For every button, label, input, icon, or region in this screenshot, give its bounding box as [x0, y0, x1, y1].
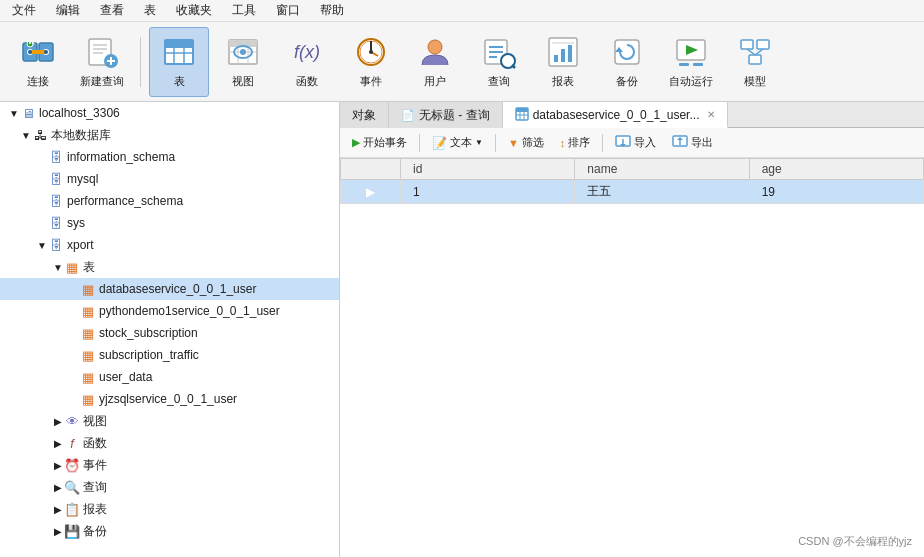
sidebar-item-information-schema[interactable]: 🗄 information_schema [0, 146, 339, 168]
expand-arrow: ▶ [52, 482, 64, 493]
toolbar-function[interactable]: f(x) 函数 [277, 27, 337, 97]
menu-edit[interactable]: 编辑 [52, 0, 84, 21]
sidebar-item-pythondemo[interactable]: ▦ pythondemo1service_0_0_1_user [0, 300, 339, 322]
sidebar-item-backups[interactable]: ▶ 💾 备份 [0, 520, 339, 542]
table-icon [161, 34, 197, 70]
sidebar-item-mysql[interactable]: 🗄 mysql [0, 168, 339, 190]
filter-label: 筛选 [522, 135, 544, 150]
begin-tx-btn[interactable]: ▶ 开始事务 [346, 133, 413, 152]
expand-arrow: ▶ [52, 416, 64, 427]
filter-icon: ▼ [508, 137, 519, 149]
sort-icon: ↕ [560, 137, 566, 149]
auto-run-label: 自动运行 [669, 74, 713, 89]
sidebar-item-localhost[interactable]: ▼ 🖥 localhost_3306 [0, 102, 339, 124]
menu-table[interactable]: 表 [140, 0, 160, 21]
import-icon [615, 135, 631, 151]
query-label: 查询 [488, 74, 510, 89]
user-label: 用户 [424, 74, 446, 89]
sidebar-item-views[interactable]: ▶ 👁 视图 [0, 410, 339, 432]
export-btn[interactable]: 导出 [666, 133, 719, 153]
sidebar-item-functions[interactable]: ▶ f 函数 [0, 432, 339, 454]
menubar: 文件 编辑 查看 表 收藏夹 工具 窗口 帮助 [0, 0, 924, 22]
toolbar-view[interactable]: 视图 [213, 27, 273, 97]
tab-object[interactable]: 对象 [340, 102, 389, 128]
text-label: 文本 [450, 135, 472, 150]
menu-help[interactable]: 帮助 [316, 0, 348, 21]
expand-arrow: ▼ [52, 262, 64, 273]
model-label: 模型 [744, 74, 766, 89]
expand-arrow: ▶ [52, 460, 64, 471]
toolbar-new-query[interactable]: 新建查询 [72, 27, 132, 97]
toolbar-connect[interactable]: 连接 [8, 27, 68, 97]
sidebar-item-tables-group[interactable]: ▼ ▦ 表 [0, 256, 339, 278]
menu-tools[interactable]: 工具 [228, 0, 260, 21]
model-icon [737, 34, 773, 70]
sidebar-label-mysql: mysql [67, 172, 98, 186]
menu-file[interactable]: 文件 [8, 0, 40, 21]
table-icon: ▦ [80, 325, 96, 341]
toolbar-auto-run[interactable]: 自动运行 [661, 27, 721, 97]
filter-btn[interactable]: ▼ 筛选 [502, 133, 550, 152]
tab-db-table[interactable]: databaseservice_0_0_1_user... ✕ [503, 102, 729, 128]
sidebar-item-databaseservice[interactable]: ▦ databaseservice_0_0_1_user [0, 278, 339, 300]
import-btn[interactable]: 导入 [609, 133, 662, 153]
sidebar-label-databaseservice: databaseservice_0_0_1_user [99, 282, 256, 296]
toolbar-table[interactable]: 表 [149, 27, 209, 97]
sidebar-item-yjzsql[interactable]: ▦ yjzsqlservice_0_0_1_user [0, 388, 339, 410]
tab-untitled-query-label: 无标题 - 查询 [419, 107, 490, 124]
tab-close-btn[interactable]: ✕ [707, 109, 715, 120]
svg-line-55 [747, 49, 755, 55]
server-icon: 🖥 [20, 105, 36, 121]
sidebar-label-localhost: localhost_3306 [39, 106, 120, 120]
tab-object-label: 对象 [352, 107, 376, 124]
data-table: id name age ▶ 1 王五 19 [340, 158, 924, 204]
backup-group-icon: 💾 [64, 523, 80, 539]
backup-icon [609, 34, 645, 70]
db-icon: 🗄 [48, 149, 64, 165]
sidebar-item-stock-subscription[interactable]: ▦ stock_subscription [0, 322, 339, 344]
sidebar-item-reports[interactable]: ▶ 📋 报表 [0, 498, 339, 520]
sidebar-item-subscription-traffic[interactable]: ▦ subscription_traffic [0, 344, 339, 366]
cell-id: 1 [401, 180, 575, 204]
sidebar-label-user-data: user_data [99, 370, 152, 384]
sidebar-item-queries[interactable]: ▶ 🔍 查询 [0, 476, 339, 498]
expand-arrow: ▼ [36, 240, 48, 251]
text-btn[interactable]: 📝 文本 ▼ [426, 133, 489, 152]
export-icon [672, 135, 688, 151]
svg-point-6 [44, 50, 48, 54]
svg-rect-43 [561, 49, 565, 62]
sidebar-item-performance-schema[interactable]: 🗄 performance_schema [0, 190, 339, 212]
expand-arrow: ▶ [52, 438, 64, 449]
sidebar-item-user-data[interactable]: ▦ user_data [0, 366, 339, 388]
begin-tx-icon: ▶ [352, 136, 360, 149]
toolbar-query[interactable]: 查询 [469, 27, 529, 97]
sidebar-label-reports: 报表 [83, 501, 107, 518]
sidebar-label-pythondemo: pythondemo1service_0_0_1_user [99, 304, 280, 318]
toolbar-backup[interactable]: 备份 [597, 27, 657, 97]
local-db-icon: 🖧 [32, 127, 48, 143]
tab-untitled-query[interactable]: 📄 无标题 - 查询 [389, 102, 503, 128]
menu-favorites[interactable]: 收藏夹 [172, 0, 216, 21]
sidebar-item-xport[interactable]: ▼ 🗄 xport [0, 234, 339, 256]
table-icon: ▦ [80, 391, 96, 407]
table-icon: ▦ [80, 369, 96, 385]
sidebar-label-queries: 查询 [83, 479, 107, 496]
toolbar-user[interactable]: 用户 [405, 27, 465, 97]
toolbar-event[interactable]: 事件 [341, 27, 401, 97]
sidebar-label-yjzsql: yjzsqlservice_0_0_1_user [99, 392, 237, 406]
event-group-icon: ⏰ [64, 457, 80, 473]
toolbar-report[interactable]: 报表 [533, 27, 593, 97]
report-label: 报表 [552, 74, 574, 89]
table-row[interactable]: ▶ 1 王五 19 [341, 180, 924, 204]
sidebar-item-localdb[interactable]: ▼ 🖧 本地数据库 [0, 124, 339, 146]
secondary-toolbar: ▶ 开始事务 📝 文本 ▼ ▼ 筛选 ↕ 排序 [340, 128, 924, 158]
function-icon: f(x) [289, 34, 325, 70]
menu-view[interactable]: 查看 [96, 0, 128, 21]
sec-sep-2 [495, 134, 496, 152]
menu-window[interactable]: 窗口 [272, 0, 304, 21]
sort-btn[interactable]: ↕ 排序 [554, 133, 597, 152]
sidebar-item-events[interactable]: ▶ ⏰ 事件 [0, 454, 339, 476]
tab-db-table-label: databaseservice_0_0_1_user... [533, 108, 700, 122]
sidebar-item-sys[interactable]: 🗄 sys [0, 212, 339, 234]
toolbar-model[interactable]: 模型 [725, 27, 785, 97]
